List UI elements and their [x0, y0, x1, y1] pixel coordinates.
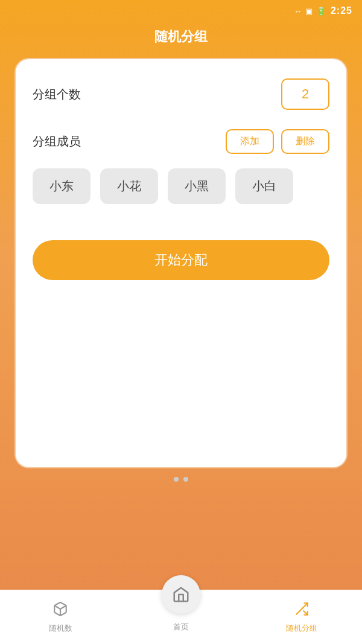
members-header-row: 分组成员 添加 删除 [33, 129, 329, 154]
nav-label-home: 首页 [173, 622, 189, 633]
signal-icon: ↔ [294, 7, 302, 16]
member-tag-0[interactable]: 小东 [33, 168, 91, 204]
card-dots [0, 477, 362, 482]
page-title: 随机分组 [0, 22, 362, 58]
group-count-label: 分组个数 [33, 86, 81, 103]
action-buttons: 添加 删除 [226, 129, 329, 154]
status-icons: ↔ ▣ 🔋 [294, 7, 326, 16]
status-time: 2:25 [331, 5, 352, 16]
add-button[interactable]: 添加 [226, 129, 274, 154]
group-count-row: 分组个数 [33, 78, 329, 110]
wifi-icon: ▣ [305, 7, 313, 16]
member-tag-3[interactable]: 小白 [235, 168, 293, 204]
main-card: 分组个数 分组成员 添加 删除 小东 小花 小黑 小白 开始分配 [14, 58, 348, 468]
delete-button[interactable]: 删除 [281, 129, 329, 154]
cube-icon [52, 601, 68, 620]
home-icon [172, 585, 190, 604]
members-grid: 小东 小花 小黑 小白 [33, 168, 329, 204]
home-button[interactable] [162, 575, 200, 614]
start-button[interactable]: 开始分配 [33, 240, 329, 280]
dot-2 [183, 477, 188, 482]
member-tag-1[interactable]: 小花 [100, 168, 158, 204]
nav-item-random-group[interactable]: 随机分组 [241, 601, 362, 634]
group-count-input[interactable] [281, 78, 329, 110]
status-bar: ↔ ▣ 🔋 2:25 [0, 0, 362, 22]
battery-icon: 🔋 [316, 7, 326, 16]
nav-item-random-num[interactable]: 随机数 [0, 601, 121, 634]
member-tag-2[interactable]: 小黑 [168, 168, 226, 204]
shuffle-icon [294, 601, 310, 620]
members-label: 分组成员 [33, 133, 81, 150]
nav-label-random-group: 随机分组 [286, 623, 317, 634]
nav-label-random-num: 随机数 [49, 623, 72, 634]
dot-1 [174, 477, 179, 482]
